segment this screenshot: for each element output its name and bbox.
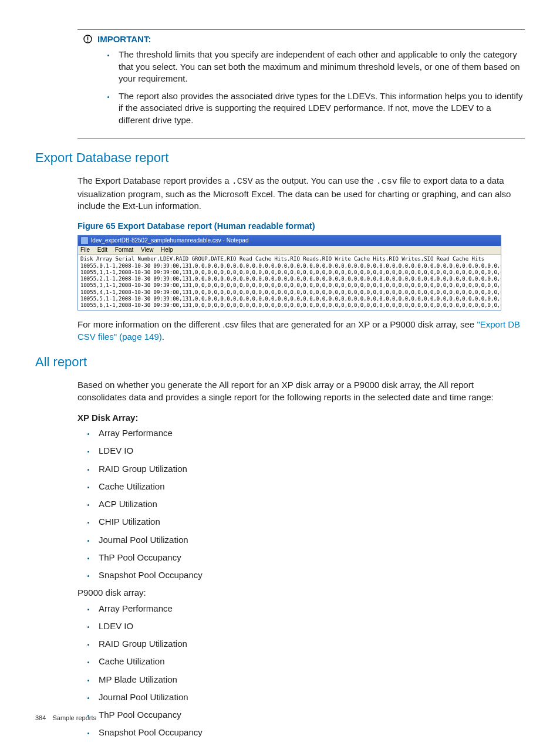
csv-line: 10055,5,1-1,2008-10-30 09:39:00,131,0,0,… [80, 296, 498, 302]
list-item: Snapshot Pool Occupancy [95, 569, 525, 581]
list-item: RAID Group Utilization [95, 463, 525, 475]
important-icon [77, 33, 97, 132]
page-number: 384 [35, 714, 46, 721]
text: as the output. You can use the [253, 175, 376, 185]
important-bullet: The threshold limits that you specify ar… [115, 49, 525, 85]
heading-all-report: All report [35, 353, 525, 371]
notepad-titlebar: ldev_exportDB-82502_samplehumanreadable.… [78, 235, 501, 246]
text: For more information on the different .c… [77, 319, 477, 329]
list-item: ThP Pool Occupancy [95, 552, 525, 563]
heading-export-db: Export Database report [35, 149, 525, 167]
important-bullet: The report also provides the associated … [115, 90, 525, 126]
text: The Export Database report provides a [77, 175, 232, 185]
list-item: Cache Utilization [95, 656, 525, 667]
list-item: Array Performance [95, 427, 525, 439]
notepad-window: ldev_exportDB-82502_samplehumanreadable.… [77, 235, 501, 311]
p9000-label: P9000 disk array: [77, 587, 525, 599]
list-item: ThP Pool Occupancy [95, 709, 525, 721]
list-item: Array Performance [95, 603, 525, 615]
list-item: RAID Group Utilization [95, 638, 525, 650]
list-item: LDEV IO [95, 445, 525, 457]
csv-line: 10055,6,1-1,2008-10-30 09:39:00,131,0,0,… [80, 302, 498, 309]
notepad-icon [80, 237, 89, 245]
list-item: Journal Pool Utilization [95, 534, 525, 546]
menu-view[interactable]: View [141, 247, 154, 253]
menu-edit[interactable]: Edit [97, 247, 107, 253]
xp-list: Array Performance LDEV IO RAID Group Uti… [95, 427, 525, 581]
important-block: IMPORTANT: The threshold limits that you… [77, 33, 525, 132]
divider-bottom [77, 138, 525, 139]
list-item: LDEV IO [95, 620, 525, 632]
notepad-title: ldev_exportDB-82502_samplehumanreadable.… [91, 237, 249, 245]
menu-format[interactable]: Format [115, 247, 134, 253]
svg-rect-1 [87, 36, 88, 40]
csv-line: 10055,1,1-1,2008-10-30 09:39:00,131,0,0,… [80, 269, 498, 276]
text: . [162, 332, 164, 342]
csv-line: Disk Array Serial Number,LDEV,RAID GROUP… [80, 256, 498, 262]
page-footer: 384 Sample reports [35, 714, 96, 723]
svg-rect-2 [87, 40, 88, 42]
divider-top [77, 29, 525, 30]
export-db-paragraph: The Export Database report provides a .C… [77, 175, 525, 212]
list-item: Journal Pool Utilization [95, 691, 525, 703]
p9000-list: Array Performance LDEV IO RAID Group Uti… [95, 603, 525, 739]
menu-file[interactable]: File [80, 247, 90, 253]
figure-caption: Figure 65 Export Database report (Human … [77, 221, 525, 232]
list-item: ACP Utilization [95, 498, 525, 510]
list-item: CHIP Utilization [95, 516, 525, 528]
xp-disk-array-label: XP Disk Array: [77, 412, 525, 424]
csv-line: 10055,2,1-1,2008-10-30 09:39:00,131,0,0,… [80, 276, 498, 282]
list-item: MP Blade Utilization [95, 674, 525, 686]
list-item: Cache Utilization [95, 481, 525, 492]
footer-section: Sample reports [52, 714, 96, 721]
code-csv-lower: .csv [376, 177, 397, 187]
notepad-content: Disk Array Serial Number,LDEV,RAID GROUP… [78, 255, 501, 310]
csv-line: 10055,3,1-1,2008-10-30 09:39:00,131,0,0,… [80, 282, 498, 289]
important-list: The threshold limits that you specify ar… [115, 49, 525, 126]
more-info-paragraph: For more information on the different .c… [77, 319, 525, 343]
list-item: Snapshot Pool Occupancy [95, 727, 525, 738]
important-label: IMPORTANT: [97, 33, 525, 45]
csv-line: 10055,4,1-1,2008-10-30 09:39:00,131,0,0,… [80, 289, 498, 296]
notepad-menu: File Edit Format View Help [78, 246, 501, 255]
code-csv-upper: .CSV [232, 177, 253, 187]
csv-line: 10055,0,1-1,2008-10-30 09:39:00,131,0,0,… [80, 263, 498, 269]
menu-help[interactable]: Help [161, 247, 173, 253]
all-report-intro: Based on whether you generate the All re… [77, 379, 525, 403]
